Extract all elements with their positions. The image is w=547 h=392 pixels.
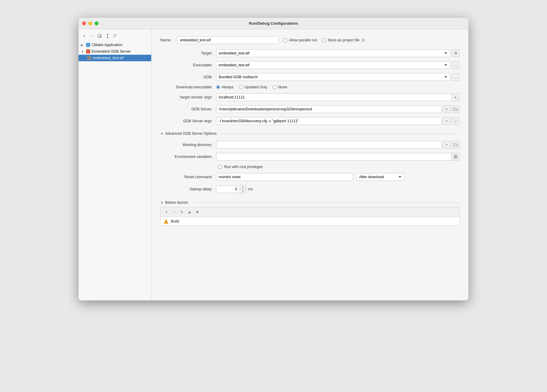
env-vars-row: Environment variables: (160, 153, 460, 161)
gdb-args-plus-button[interactable]: + (443, 117, 451, 125)
after-download-select[interactable]: After download Always Never (357, 173, 404, 181)
target-remote-plus-button[interactable]: + (452, 93, 460, 101)
startup-delay-label: Startup delay: (160, 187, 212, 191)
copy-config-button[interactable] (96, 33, 103, 39)
env-vars-label: Environment variables: (160, 155, 212, 159)
allow-parallel-checkbox[interactable] (283, 38, 287, 42)
before-launch-add-button[interactable]: + (163, 209, 170, 215)
advanced-section-header[interactable]: ▼ Advanced GDB Server Options (160, 129, 460, 138)
executable-row: Executable: embedded_test.elf ... (160, 61, 460, 69)
radio-updated-only-input[interactable] (239, 85, 243, 89)
gdb-server-plus-button[interactable]: + (443, 105, 451, 113)
radio-none-input[interactable] (273, 85, 277, 89)
before-launch-edit-button[interactable]: ✎ (179, 209, 185, 215)
target-remote-input[interactable] (216, 93, 452, 101)
gdb-dots-button[interactable]: ... (452, 73, 460, 81)
before-launch-up-button[interactable]: ▲ (186, 209, 193, 215)
reset-command-row: Reset command: After download Always Nev… (160, 173, 460, 181)
startup-delay-spinner: ▲ ▼ (240, 185, 246, 193)
before-launch-down-button[interactable]: ▼ (194, 209, 201, 215)
before-launch-label: Before launch (165, 200, 188, 205)
title-bar: Run/Debug Configurations (79, 18, 468, 29)
build-label: Build (171, 219, 179, 223)
gdb-server-args-row: GDB Server args: + ⤢ (160, 117, 460, 125)
executable-dots-button[interactable]: ... (452, 61, 460, 69)
startup-delay-up-button[interactable]: ▲ (240, 185, 246, 189)
name-label: Name: (160, 38, 171, 42)
target-settings-button[interactable]: ⚙ (452, 49, 460, 57)
target-row: Target: embedded_test.elf ⚙ (160, 49, 460, 57)
radio-none[interactable]: None (273, 85, 287, 89)
startup-delay-input-group: ▲ ▼ ms (216, 185, 253, 193)
gdb-select[interactable]: Bundled GDB multiarch (216, 73, 450, 81)
root-privileges-checkbox[interactable] (218, 165, 222, 169)
reset-command-label: Reset command: (160, 175, 212, 179)
remove-config-button[interactable]: − (89, 33, 95, 39)
env-vars-table-button[interactable] (452, 153, 460, 161)
allow-parallel-label: Allow parallel run (289, 38, 317, 42)
gear-icon[interactable]: ⚙ (361, 38, 365, 43)
executable-label: Executable: (160, 63, 212, 67)
target-label: Target: (160, 51, 212, 55)
working-dir-label: Working directory: (160, 143, 212, 147)
main-content: + − (79, 29, 468, 300)
before-launch-arrow: ▼ (160, 201, 163, 204)
radio-updated-only[interactable]: Updated Only (239, 85, 267, 89)
before-launch-remove-button[interactable]: − (171, 209, 177, 215)
target-select[interactable]: embedded_test.elf (216, 49, 450, 57)
radio-updated-only-label: Updated Only (245, 85, 267, 89)
sidebar-item-cmake-application[interactable]: ▶ CMake Application (79, 42, 151, 48)
startup-delay-down-button[interactable]: ▼ (240, 189, 246, 193)
name-input[interactable] (177, 36, 279, 44)
before-launch-section: ▼ Before launch + − ✎ ▲ ▼ Build (160, 198, 460, 226)
gdb-server-args-input[interactable] (216, 117, 442, 125)
gdb-server-folder-button[interactable] (452, 105, 460, 113)
sort-config-button[interactable] (112, 33, 118, 39)
elf-icon (87, 56, 92, 60)
working-dir-folder-button[interactable] (452, 141, 460, 149)
advanced-section-label: Advanced GDB Server Options (165, 131, 217, 136)
store-project-checkbox[interactable] (322, 38, 326, 42)
maximize-button[interactable] (95, 21, 99, 25)
allow-parallel-group: Allow parallel run (283, 38, 317, 42)
tree-arrow-cmake: ▶ (81, 43, 85, 47)
reset-command-input[interactable] (216, 173, 353, 181)
before-launch-toolbar: + − ✎ ▲ ▼ (160, 207, 460, 217)
radio-always-input[interactable] (216, 85, 220, 89)
download-label: Download executable: (160, 85, 212, 89)
gdb-args-expand-button[interactable]: ⤢ (452, 117, 460, 125)
target-dropdown-row: embedded_test.elf ⚙ (216, 49, 460, 57)
working-dir-plus-button[interactable]: + (443, 141, 451, 149)
add-config-button[interactable]: + (81, 33, 87, 39)
store-project-group: Store as project file ⚙ (322, 38, 365, 43)
config-panel: Name: Allow parallel run Store as projec… (151, 29, 468, 300)
radio-always[interactable]: Always (216, 85, 234, 89)
working-dir-row: Working directory: + (160, 141, 460, 149)
startup-delay-input[interactable] (216, 185, 240, 193)
gdb-server-label: GDB Server: (160, 107, 212, 111)
env-vars-input[interactable] (216, 153, 452, 161)
download-executable-row: Download executable: Always Updated Only… (160, 85, 460, 89)
root-privileges-row: Run with root privileges (218, 165, 460, 169)
sidebar-item-embedded-gdb-server[interactable]: ▼ Embedded GDB Server (79, 48, 151, 55)
gdb-label: GDB: (160, 75, 212, 79)
executable-select[interactable]: embedded_test.elf (216, 61, 450, 69)
gdb-server-args-label: GDB Server args: (160, 119, 212, 123)
working-dir-input[interactable] (216, 141, 442, 149)
gdb-server-row: GDB Server: + (160, 105, 460, 113)
advanced-section-arrow: ▼ (160, 132, 163, 135)
minimize-button[interactable] (88, 21, 92, 25)
sidebar-item-label-cmake: CMake Application (92, 43, 123, 47)
radio-none-label: None (278, 85, 287, 89)
sidebar-item-embedded-test-elf[interactable]: embedded_test.elf (79, 55, 151, 61)
move-config-button[interactable] (104, 33, 111, 39)
before-launch-header[interactable]: ▼ Before launch (160, 198, 460, 207)
radio-always-label: Always (222, 85, 234, 89)
startup-delay-row: Startup delay: ▲ ▼ ms (160, 185, 460, 193)
tree-arrow-gdb: ▼ (81, 50, 85, 53)
close-button[interactable] (82, 21, 86, 25)
gdb-server-input[interactable] (216, 105, 442, 113)
download-radio-group: Always Updated Only None (216, 85, 287, 89)
build-icon (164, 219, 168, 224)
sidebar-item-label-elf: embedded_test.elf (93, 56, 124, 60)
